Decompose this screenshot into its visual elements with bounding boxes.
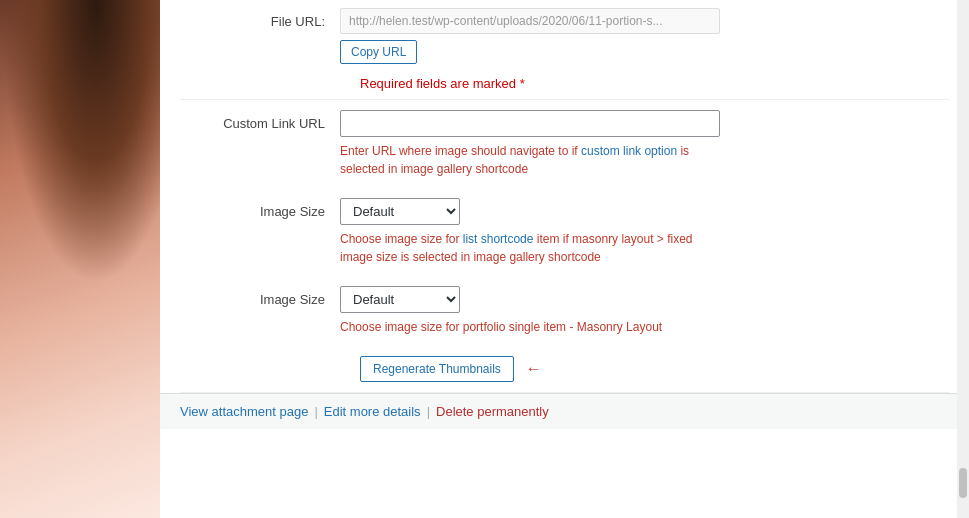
image-size-1-label: Image Size (180, 198, 340, 219)
custom-link-row: Custom Link URL Enter URL where image sh… (160, 100, 969, 188)
image-size-2-select[interactable]: Default Thumbnail Medium Large Full (340, 286, 460, 313)
image-size-1-row: Image Size Default Thumbnail Medium Larg… (160, 188, 969, 276)
file-url-label: File URL: (180, 8, 340, 29)
scrollbar-track[interactable] (957, 0, 969, 518)
portrait-image (0, 0, 160, 518)
custom-link-label: Custom Link URL (180, 110, 340, 131)
custom-link-content: Enter URL where image should navigate to… (340, 110, 949, 178)
image-size-2-label: Image Size (180, 286, 340, 307)
copy-url-button[interactable]: Copy URL (340, 40, 417, 64)
pipe-1: | (314, 404, 317, 419)
image-size-1-hint: Choose image size for list shortcode ite… (340, 230, 720, 266)
regenerate-thumbnails-button[interactable]: Regenerate Thumbnails (360, 356, 514, 382)
image-size-1-content: Default Thumbnail Medium Large Full Choo… (340, 198, 949, 266)
image-preview-panel (0, 0, 160, 518)
custom-link-input[interactable] (340, 110, 720, 137)
image-size-1-select[interactable]: Default Thumbnail Medium Large Full (340, 198, 460, 225)
form-content: File URL: http://helen.test/wp-content/u… (160, 0, 969, 429)
edit-details-link[interactable]: Edit more details (324, 404, 421, 419)
main-content-area: File URL: http://helen.test/wp-content/u… (160, 0, 969, 518)
required-asterisk: * (520, 76, 525, 91)
file-url-content: http://helen.test/wp-content/uploads/202… (340, 8, 949, 64)
arrow-indicator: ← (526, 360, 542, 378)
image-size-2-row: Image Size Default Thumbnail Medium Larg… (160, 276, 969, 346)
file-url-row: File URL: http://helen.test/wp-content/u… (160, 0, 969, 68)
required-notice: Required fields are marked * (160, 68, 969, 99)
file-url-display: http://helen.test/wp-content/uploads/202… (340, 8, 720, 34)
view-attachment-link[interactable]: View attachment page (180, 404, 308, 419)
footer-bar: View attachment page | Edit more details… (160, 393, 969, 429)
regenerate-row: Regenerate Thumbnails ← (160, 346, 969, 392)
image-size-2-content: Default Thumbnail Medium Large Full Choo… (340, 286, 949, 336)
scrollbar-thumb[interactable] (959, 468, 967, 498)
delete-permanently-link[interactable]: Delete permanently (436, 404, 549, 419)
custom-link-hint: Enter URL where image should navigate to… (340, 142, 720, 178)
pipe-2: | (427, 404, 430, 419)
image-size-2-hint: Choose image size for portfolio single i… (340, 318, 720, 336)
hair-decoration (0, 0, 160, 285)
required-text: Required fields are marked (360, 76, 520, 91)
